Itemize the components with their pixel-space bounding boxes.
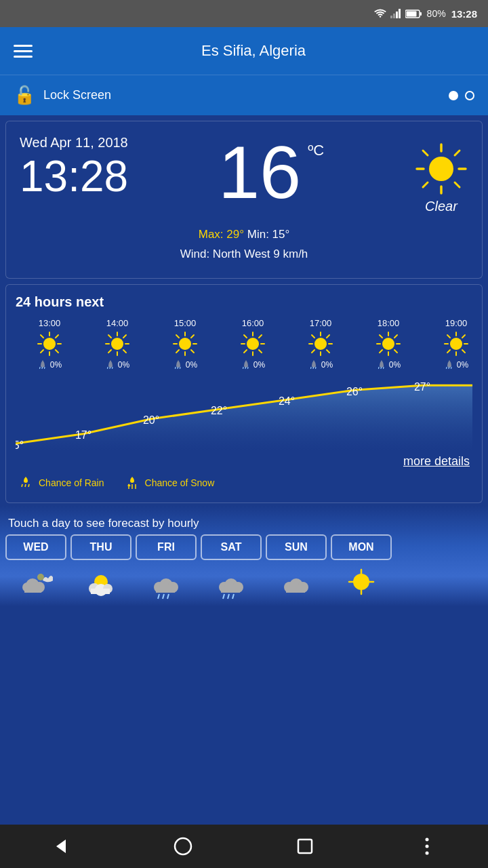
svg-line-62 [245,367,246,369]
svg-line-99 [451,367,451,369]
day-button[interactable]: FRI [136,534,197,560]
rain-percent: 0% [376,359,401,370]
svg-point-153 [426,845,429,848]
signal-icons [374,9,422,18]
battery-percent: 80% [427,8,446,19]
svg-rect-125 [91,589,110,594]
mon-icon-cell [331,568,392,599]
svg-line-25 [39,367,40,369]
svg-line-38 [110,367,110,369]
svg-line-130 [158,594,159,599]
rain-legend: Chance of Rain [18,475,104,490]
hourly-scroll[interactable]: 13:00 0% 14:00 [16,317,472,450]
weather-main-card: Wed Apr 11, 2018 13:28 16 ºC [5,121,483,279]
thu-icon-cell [70,568,131,599]
day-button[interactable]: WED [5,534,66,560]
snow-legend-label: Chance of Snow [145,477,215,488]
svg-rect-136 [221,587,240,593]
hourly-inner: 13:00 0% 14:00 [16,317,472,450]
sat-icon-cell [201,568,262,599]
day-button[interactable]: THU [70,534,131,560]
rain-percent: 0% [105,359,129,370]
back-button[interactable] [41,826,81,867]
hour-time: 16:00 [242,318,264,328]
svg-line-59 [259,335,262,338]
hour-sun-icon [240,331,266,357]
svg-line-48 [176,350,179,353]
svg-line-82 [394,350,397,353]
svg-line-96 [447,350,450,353]
svg-line-33 [108,335,111,338]
nav-bar [0,825,488,868]
svg-line-109 [25,484,26,487]
svg-text:20°: 20° [143,414,159,426]
svg-line-39 [112,367,113,369]
fri-icon-cell [136,568,197,599]
svg-line-13 [455,182,460,187]
svg-line-72 [312,350,314,353]
day-button[interactable]: MON [331,534,392,560]
svg-text:24°: 24° [279,395,295,407]
svg-line-75 [315,367,316,369]
svg-point-40 [179,338,191,350]
hour-time: 17:00 [310,318,332,328]
dot-2[interactable] [465,91,474,100]
more-menu-button[interactable] [407,826,447,867]
temp-chart: 15° 17° 20° 22° 24° 26° 27° [16,376,472,450]
day-button[interactable]: SAT [201,534,262,560]
svg-line-21 [41,335,43,338]
wifi-icon [374,9,386,18]
mon-weather-icon [344,568,378,599]
svg-line-74 [313,367,314,369]
svg-line-35 [123,335,126,338]
svg-line-110 [28,484,29,487]
svg-line-36 [108,350,111,353]
svg-line-71 [327,335,329,338]
home-button[interactable] [163,826,203,867]
svg-line-34 [123,350,126,353]
svg-line-138 [228,594,229,599]
hour-sun-icon [375,331,401,357]
hours-title: 24 hours next [16,294,472,310]
svg-line-58 [259,350,262,353]
svg-point-154 [426,852,429,855]
more-details-link[interactable]: more details [16,454,472,469]
svg-point-152 [426,838,429,842]
svg-line-87 [383,367,384,369]
svg-rect-2 [396,12,398,18]
dot-1[interactable] [449,91,458,100]
app-bar: Es Sifia, Algeria [0,27,488,75]
svg-line-132 [167,594,169,599]
hour-sun-icon [443,331,469,357]
svg-line-86 [381,367,382,369]
wed-icon-cell [5,568,66,599]
hour-cell: 17:00 0% [287,317,354,373]
menu-button[interactable] [14,45,33,58]
svg-rect-129 [156,587,175,593]
svg-line-24 [41,350,43,353]
svg-line-46 [191,350,194,353]
recents-button[interactable] [285,826,325,867]
svg-line-81 [380,335,382,338]
svg-point-76 [382,338,394,350]
svg-point-150 [175,838,191,854]
thu-weather-icon [84,568,118,599]
hour-cell: 18:00 0% [354,317,422,373]
svg-line-137 [223,594,224,599]
battery-icon [405,9,422,18]
svg-point-28 [111,338,123,350]
svg-line-23 [56,335,58,338]
hour-time: 13:00 [39,318,61,328]
day-button[interactable]: SUN [266,534,327,560]
svg-line-97 [446,367,447,369]
weather-details: Max: 29° Min: 15° Wind: North West 9 km/… [20,225,468,264]
svg-line-49 [175,367,176,369]
sun-icon-cell [266,568,327,599]
svg-point-120 [37,574,44,580]
signal-icon [390,9,401,18]
svg-line-94 [462,350,465,353]
svg-line-69 [312,335,314,338]
svg-line-27 [44,367,45,369]
svg-line-45 [176,335,179,338]
svg-line-15 [423,182,428,187]
